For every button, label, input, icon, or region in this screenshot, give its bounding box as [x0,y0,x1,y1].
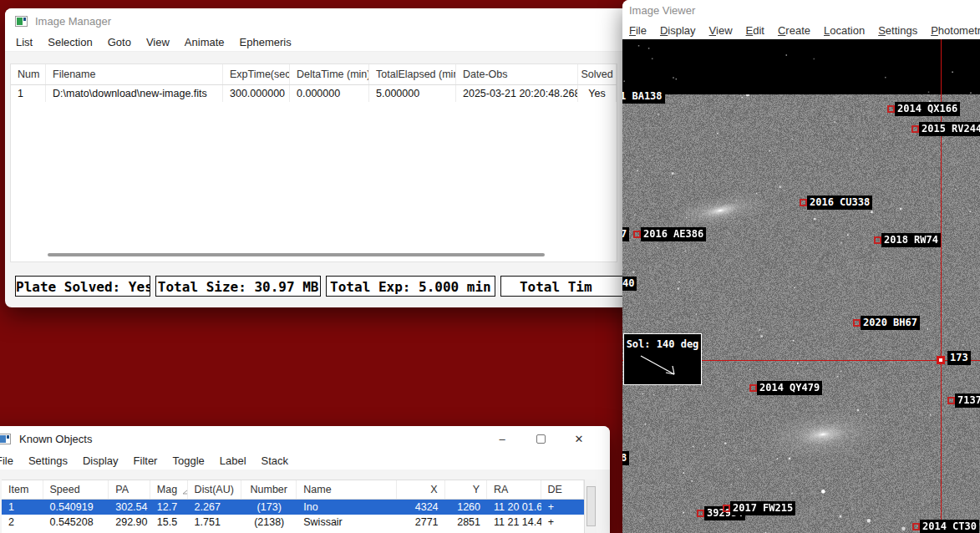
column-header-date-obs[interactable]: Date-Obs [456,64,578,84]
known-objects-vertical-scrollbar[interactable] [584,480,597,533]
known-objects-menu-label[interactable]: Label [212,454,254,467]
table-cell: 3 [2,530,43,533]
column-header-totalelapsed-min-[interactable]: TotalElapsed (min) [369,64,456,84]
image-manager-menu-ephemeris[interactable]: Ephemeris [232,36,299,48]
known-objects-titlebar[interactable]: Known Objects – ✕ [0,426,610,451]
sky-image-area[interactable]: 1 BA1382014 QX1662015 RV2442016 CU338720… [622,39,980,533]
table-cell: 15.5 [150,515,188,530]
horizontal-scrollbar-thumb[interactable] [48,253,545,256]
object-label-8: 8 [622,451,629,465]
image-manager-menu-view[interactable]: View [139,36,177,48]
image-viewer-menu-photometry[interactable]: Photometry [924,24,980,37]
object-label-2016-cu338: 2016 CU338 [807,195,872,210]
table-cell: 2025-03-21 20:20:48.268 [456,85,578,102]
image-viewer-menu-display[interactable]: Display [653,24,703,37]
desktop: Image Manager ListSelectionGotoViewAnima… [0,0,980,533]
column-header-label: Dist(AU) [195,484,234,495]
window-controls: – ✕ [483,426,610,451]
known-objects-header: ItemSpeedPAMagDist(AU)NumberNameXYRADE [2,480,584,500]
table-row[interactable]: 30.495225294.5517.25.432(16823)Kristel25… [2,530,584,533]
column-header-ra[interactable]: RA [487,480,541,499]
image-list: NumFilenameExpTime(sec)DeltaTime (min)To… [10,63,617,262]
known-objects-icon [0,434,11,444]
image-viewer-menu-file[interactable]: File [622,24,653,37]
maximize-button[interactable] [521,426,560,451]
table-cell: 17.2 [150,530,188,533]
column-header-name[interactable]: Name [297,480,397,499]
known-objects-body: 10.540919302.5412.72.267(173)Ino43241260… [2,500,584,533]
image-manager-window: Image Manager ListSelectionGotoViewAnima… [5,8,648,307]
column-header-label: TotalElapsed (min) [376,69,456,80]
known-objects-menu-toggle[interactable]: Toggle [165,454,211,467]
table-cell: 1 [2,500,43,515]
image-viewer-menu-view[interactable]: View [703,24,739,37]
object-label-2017-fw215: 2017 FW215 [730,501,795,515]
close-button[interactable]: ✕ [560,426,598,451]
column-header-deltatime-min-[interactable]: DeltaTime (min) [290,64,369,84]
image-list-header: NumFilenameExpTime(sec)DeltaTime (min)To… [11,64,617,85]
minimize-button[interactable]: – [483,426,521,451]
object-marker-icon [887,105,895,113]
image-viewer-menu-create[interactable]: Create [771,24,817,37]
table-cell: 0.545208 [43,515,109,530]
table-cell: 0.000000 [290,85,369,102]
object-marker-icon [697,510,704,517]
known-objects-title: Known Objects [19,433,92,445]
table-cell: 11 20 01.68 [487,500,541,515]
table-cell: (16823) [241,530,297,533]
vertical-scrollbar-thumb[interactable] [586,486,596,526]
table-row[interactable]: 20.545208292.9015.51.751(2138)Swissair27… [2,515,584,530]
image-manager-menu-selection[interactable]: Selection [40,36,99,48]
object-label-2014-qx166: 2014 QX166 [895,102,960,116]
column-header-y[interactable]: Y [445,480,487,499]
image-list-horizontal-scrollbar[interactable] [13,253,615,258]
column-header-exptime-sec-[interactable]: ExpTime(sec) [223,64,290,84]
column-header-mag[interactable]: Mag [150,480,188,499]
table-cell: Ino [297,500,397,515]
table-cell: + [541,500,584,515]
image-manager-menu-list[interactable]: List [8,36,40,48]
image-manager-menu-animate[interactable]: Animate [177,36,232,48]
image-manager-menu-goto[interactable]: Goto [100,36,139,48]
image-viewer-menu-settings[interactable]: Settings [871,24,924,37]
image-viewer-menu-edit[interactable]: Edit [739,24,771,37]
known-objects-menu-display[interactable]: Display [75,454,126,467]
column-header-dist-au-[interactable]: Dist(AU) [188,480,242,499]
column-header-speed[interactable]: Speed [43,480,109,499]
column-header-filename[interactable]: Filename [46,64,223,84]
column-header-num[interactable]: Num [11,64,46,84]
image-viewer-menu-location[interactable]: Location [817,24,871,37]
sun-angle-text: Sol: 140 deg [624,338,701,350]
column-header-item[interactable]: Item [2,480,43,499]
status-box-0: Plate Solved: Yes [15,276,150,297]
table-cell: 1.751 [188,515,242,530]
table-cell: 2851 [445,515,487,530]
column-header-label: X [430,484,437,495]
object-label-1-ba138: 1 BA138 [622,89,665,104]
image-manager-titlebar[interactable]: Image Manager [5,8,648,33]
table-cell: 292.90 [109,515,150,530]
column-header-de[interactable]: DE [541,480,584,499]
known-objects-menu-stack[interactable]: Stack [254,454,297,467]
table-cell: 4324 [398,500,445,515]
object-marker-icon [749,384,757,392]
table-row[interactable]: 1D:\mato\download\new-image.fits300.0000… [11,85,617,102]
table-row[interactable]: 10.540919302.5412.72.267(173)Ino43241260… [2,500,584,515]
column-header-label: Item [8,484,28,495]
status-bar: Plate Solved: YesTotal Size: 30.97 MBTot… [5,276,648,297]
known-objects-menu-settings[interactable]: Settings [21,454,75,467]
known-objects-table: ItemSpeedPAMagDist(AU)NumberNameXYRADE 1… [2,480,584,533]
image-viewer-titlebar[interactable]: Image Viewer [622,0,980,21]
known-objects-menu-file[interactable]: File [0,454,21,467]
column-header-number[interactable]: Number [241,480,297,499]
column-header-x[interactable]: X [397,480,444,499]
image-viewer-title: Image Viewer [629,4,695,17]
table-cell: 5.000000 [369,85,456,102]
table-cell: 1260 [445,500,487,515]
column-header-label: ExpTime(sec) [230,69,290,80]
table-cell: + [541,530,584,533]
known-objects-menu-filter[interactable]: Filter [126,454,165,467]
known-objects-menubar: FileSettingsDisplayFilterToggleLabelStac… [0,451,610,470]
column-header-solved[interactable]: Solved [578,64,617,84]
column-header-pa[interactable]: PA [109,480,150,499]
